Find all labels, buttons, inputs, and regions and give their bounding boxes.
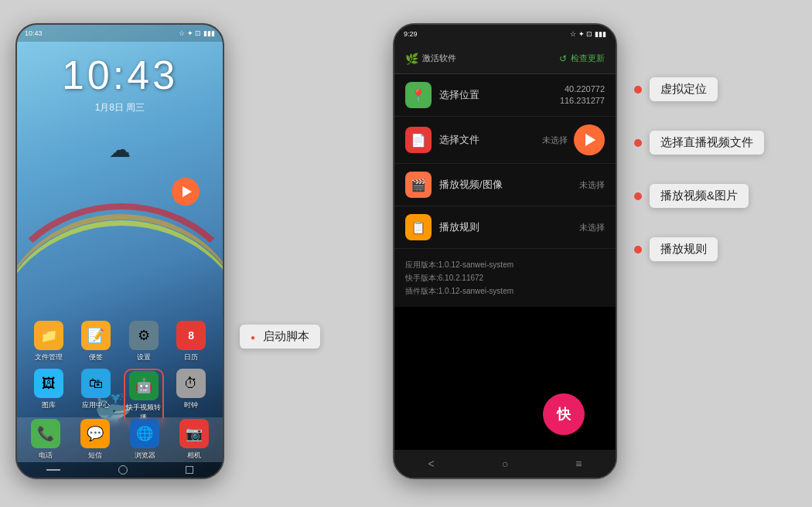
clock-area: 10:43 1月8日 周三 xyxy=(17,52,223,114)
notes-label: 便签 xyxy=(89,352,103,362)
kuaishou-icon: 🤖 xyxy=(129,371,159,400)
clock-time: 10:43 xyxy=(17,52,223,98)
sms-icon: 💬 xyxy=(80,419,110,448)
location-icon: 📍 xyxy=(405,82,432,108)
browser-icon: 🌐 xyxy=(130,419,159,448)
app-header-right[interactable]: ↺ 检查更新 xyxy=(559,53,605,64)
nav-recents[interactable] xyxy=(186,466,193,474)
settings-icon: ⚙ xyxy=(129,321,159,350)
menu-item-video[interactable]: 🎬 播放视频/图像 未选择 xyxy=(394,164,616,206)
files-icon: 📁 xyxy=(34,321,63,350)
leaf-icon: 🌿 xyxy=(405,53,418,65)
rule-icon: 📋 xyxy=(405,214,432,240)
refresh-icon: ↺ xyxy=(559,53,567,64)
gallery-label: 图库 xyxy=(42,400,56,410)
camera-label: 相机 xyxy=(187,451,201,461)
files-label: 文件管理 xyxy=(35,352,63,362)
rc-dot-2 xyxy=(634,139,642,147)
play-button-left[interactable] xyxy=(172,178,200,206)
calendar-label: 日历 xyxy=(184,352,198,362)
notes-icon: 📝 xyxy=(81,321,111,350)
rc-dot-4 xyxy=(634,246,642,254)
dock-phone[interactable]: 📞 电话 xyxy=(26,419,66,461)
status-icons-right: ☆ ✦ ⊡ ▮▮▮ xyxy=(570,30,606,38)
clock-label: 时钟 xyxy=(184,400,198,410)
app-icon-files[interactable]: 📁 文件管理 xyxy=(29,321,69,362)
menu-item-location[interactable]: 📍 选择位置 40.220772 116.231277 xyxy=(394,74,616,117)
video-label: 播放视频/图像 xyxy=(439,178,579,192)
phone-label: 电话 xyxy=(39,451,53,461)
rainbow-decoration xyxy=(17,203,223,323)
app-grid: 📁 文件管理 📝 便签 ⚙ 设置 8 日历 🖼 xyxy=(17,321,223,431)
phone-icon: 📞 xyxy=(31,419,60,448)
camera-icon: 📷 xyxy=(179,419,209,448)
rc-box-1: 虚拟定位 xyxy=(650,77,718,101)
clock-app-icon: ⏱ xyxy=(176,369,206,398)
right-callouts: 虚拟定位 选择直播视频文件 播放视频&图片 播放规则 xyxy=(634,77,764,291)
clock-date: 1月8日 周三 xyxy=(17,101,223,114)
app-header: 🌿 激活软件 ↺ 检查更新 xyxy=(394,43,616,74)
version-line1: 应用版本:1.0.12-sanwei-system xyxy=(405,258,605,271)
app-icon-calendar[interactable]: 8 日历 xyxy=(171,321,211,362)
app-header-left: 🌿 激活软件 xyxy=(405,53,456,65)
dock: 📞 电话 💬 短信 🌐 浏览器 📷 相机 xyxy=(17,417,223,462)
dock-sms[interactable]: 💬 短信 xyxy=(75,419,115,461)
dock-browser[interactable]: 🌐 浏览器 xyxy=(125,419,165,461)
rule-label: 播放规则 xyxy=(439,220,579,234)
weather-icon: ☁ xyxy=(109,137,131,162)
rc-box-2: 选择直播视频文件 xyxy=(650,131,764,155)
status-icons-left: ☆ ✦ ⊡ ▮▮▮ xyxy=(179,29,215,37)
rc-dot-3 xyxy=(634,192,642,200)
rc-item-1: 虚拟定位 xyxy=(634,77,764,101)
right-phone: 9:29 ☆ ✦ ⊡ ▮▮▮ 🌿 激活软件 ↺ 检查更新 📍 选择位置 40.2… xyxy=(393,23,617,479)
nav-home-right[interactable]: ○ xyxy=(502,458,508,470)
nav-bar-left xyxy=(17,462,223,478)
time-right: 9:29 xyxy=(404,30,418,38)
file-icon: 📄 xyxy=(405,127,432,153)
play-button-right[interactable] xyxy=(574,124,605,155)
store-icon: 🛍 xyxy=(81,369,111,398)
nav-home[interactable] xyxy=(118,465,128,475)
settings-label: 设置 xyxy=(137,352,151,362)
nav-bar-right: < ○ ≡ xyxy=(394,450,616,478)
rule-value: 未选择 xyxy=(579,222,605,233)
nav-recents-right[interactable]: ≡ xyxy=(575,458,582,470)
callout-start-script: 启动脚本 xyxy=(240,325,320,349)
rc-box-3: 播放视频&图片 xyxy=(650,184,749,208)
location-label: 选择位置 xyxy=(439,88,560,102)
file-label: 选择文件 xyxy=(439,133,542,147)
status-bar-left: 10:43 ☆ ✦ ⊡ ▮▮▮ xyxy=(17,25,223,42)
status-bar-right: 9:29 ☆ ✦ ⊡ ▮▮▮ xyxy=(394,25,616,43)
rc-item-4: 播放规则 xyxy=(634,237,764,261)
sms-label: 短信 xyxy=(88,451,102,461)
rc-box-4: 播放规则 xyxy=(650,237,718,261)
dock-camera[interactable]: 📷 相机 xyxy=(174,419,214,461)
calendar-icon: 8 xyxy=(176,321,206,350)
location-value: 40.220772 116.231277 xyxy=(560,83,605,107)
version-line2: 快手版本:6.10.2.11672 xyxy=(405,271,605,284)
rc-item-3: 播放视频&图片 xyxy=(634,184,764,208)
store-label: 应用中心 xyxy=(82,400,110,410)
app-title: 激活软件 xyxy=(422,53,456,64)
rc-item-2: 选择直播视频文件 xyxy=(634,131,764,155)
video-value: 未选择 xyxy=(579,179,605,191)
check-update-label: 检查更新 xyxy=(571,53,605,64)
file-value: 未选择 xyxy=(542,134,568,146)
left-phone: 10:43 ☆ ✦ ⊡ ▮▮▮ 10:43 1月8日 周三 ☁ 🐳 📁 文件管理 xyxy=(15,23,224,479)
menu-item-rule[interactable]: 📋 播放规则 未选择 xyxy=(394,206,616,249)
app-row-1: 📁 文件管理 📝 便签 ⚙ 设置 8 日历 xyxy=(25,321,215,362)
video-icon: 🎬 xyxy=(405,172,432,198)
nav-back[interactable] xyxy=(46,469,60,471)
browser-label: 浏览器 xyxy=(135,451,155,461)
time-left: 10:43 xyxy=(25,29,43,37)
app-icon-notes[interactable]: 📝 便签 xyxy=(76,321,116,362)
nav-back-right[interactable]: < xyxy=(428,458,435,470)
rc-dot-1 xyxy=(634,86,642,94)
kuaishou-bottom-icon[interactable]: 快 xyxy=(543,393,585,435)
gallery-icon: 🖼 xyxy=(34,369,63,398)
app-icon-settings[interactable]: ⚙ 设置 xyxy=(124,321,164,362)
version-line3: 插件版本:1.0.12-sanwei-system xyxy=(405,284,605,298)
version-info: 应用版本:1.0.12-sanwei-system 快手版本:6.10.2.11… xyxy=(394,249,616,307)
menu-item-file[interactable]: 📄 选择文件 未选择 xyxy=(394,117,616,164)
